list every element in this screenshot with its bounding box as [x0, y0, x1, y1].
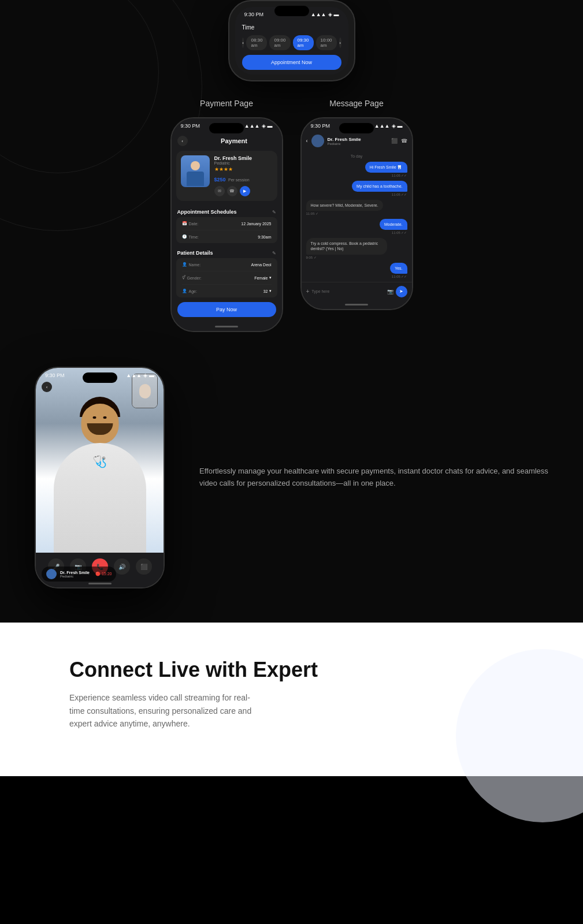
bubble-time-6: 11:05 ✓✓: [392, 274, 407, 278]
payment-battery-icon: ▬: [268, 123, 273, 129]
message-icon-btn[interactable]: ✉: [214, 186, 225, 196]
message-back-button[interactable]: ‹: [306, 138, 308, 144]
doctor-eyes: [81, 416, 118, 419]
payment-back-button[interactable]: ‹: [177, 136, 188, 146]
phone-notch: [274, 6, 309, 16]
chat-plus-icon[interactable]: +: [306, 288, 310, 295]
date-label: 📅 Date:: [182, 221, 199, 226]
two-phones-section: Payment Page 9:30 PM ▲▲▲ ◈ ▬: [0, 81, 583, 344]
doctor-avatar: [181, 155, 210, 187]
doctor-specialty: Pediatric: [214, 161, 273, 165]
call-doctor-text: Dr. Fresh Smile Pediatric: [60, 571, 90, 578]
doctor-figure: [185, 161, 205, 187]
doctor-video-figure: 🩺: [42, 391, 158, 553]
eye-left: [93, 416, 96, 419]
message-bubble-1-wrapper: Hi Fresh Smile 🦷 11:05 ✓✓: [306, 162, 407, 177]
message-phone: 9:30 PM ▲▲▲ ◈ ▬ ‹ Dr. Fresh Smile: [300, 117, 413, 310]
video-background: 🩺: [36, 368, 164, 553]
message-header-actions: ⬛ ☎: [391, 138, 407, 144]
message-status-icons: ▲▲▲ ◈ ▬: [374, 123, 403, 129]
chat-area: To day Hi Fresh Smile 🦷 11:05 ✓✓ My chil…: [302, 151, 412, 282]
time-slot-4[interactable]: 10:00 am: [316, 35, 337, 50]
patient-section-row: Patient Details ✎: [172, 247, 282, 258]
name-row: 👤 Name: Arena Deol: [176, 260, 277, 269]
message-doctor-info: Dr. Fresh Smile Pediatric: [328, 137, 388, 146]
top-section: 9:30 PM ▲▲▲ ◈ ▬ Time ‹ 08:30 am 09:00 am: [0, 0, 583, 623]
pay-now-button[interactable]: Pay Now: [177, 302, 276, 317]
doctor-body: [187, 172, 204, 186]
patient-section-title: Patient Details: [177, 250, 213, 256]
more-options-button[interactable]: ⬛: [136, 558, 152, 575]
gender-label: ⚥ Gender:: [182, 275, 202, 280]
message-bubble-6: Yes.: [390, 263, 407, 274]
person-icon: 👤: [182, 262, 187, 267]
time-slot-3-active[interactable]: 09:30 am: [293, 35, 314, 50]
calendar-icon: 📅: [182, 221, 187, 226]
doctor-price: $250: [214, 177, 226, 182]
date-value: 12 January 2025: [241, 222, 271, 226]
message-header: ‹ Dr. Fresh Smile Pediatric ⬛ ☎: [302, 131, 412, 151]
video-back-button[interactable]: ‹: [42, 382, 52, 392]
video-icon-btn[interactable]: ▶: [240, 186, 250, 196]
white-section: Connect Live with Expert Experience seam…: [0, 623, 583, 776]
vid-wifi-icon: ◈: [143, 372, 147, 378]
time-nav-next[interactable]: ›: [339, 38, 341, 48]
status-time: 9:30 PM: [244, 12, 264, 17]
doctor-head: [81, 404, 118, 444]
appointment-edit-icon[interactable]: ✎: [272, 210, 276, 215]
video-phone-wrapper: 9:30 PM ▲▲▲ ◈ ▬ ‹: [35, 367, 165, 588]
call-info-overlay: Dr. Fresh Smile Pediatric 🔴 15:20: [42, 567, 116, 582]
payment-title: Payment: [192, 137, 276, 144]
video-status-time: 9:30 PM: [45, 372, 65, 378]
patient-edit-icon[interactable]: ✎: [272, 251, 276, 256]
message-bubble-2-wrapper: My child has a toothache. 11:05 ✓✓: [306, 181, 407, 196]
doctor-per-session: Per session: [228, 178, 250, 182]
age-label: 👤 Age:: [182, 289, 197, 293]
message-doctor-name: Dr. Fresh Smile: [328, 137, 388, 142]
payment-status-icons: ▲▲▲ ◈ ▬: [244, 123, 273, 129]
appointment-section-row: Appointment Schedules ✎: [172, 206, 282, 217]
bubble-time-3: 11:05 ✓: [306, 211, 319, 215]
age-chevron-icon: ▾: [269, 289, 272, 293]
call-doctor-avatar: [46, 569, 57, 579]
chat-input[interactable]: Type here: [311, 289, 384, 293]
age-value: 32 ▾: [263, 289, 272, 293]
message-doctor-avatar: [311, 135, 324, 147]
msg-wifi-icon: ◈: [392, 123, 396, 129]
time-slot-2[interactable]: 09:00 am: [269, 35, 290, 50]
time-nav-prev[interactable]: ‹: [242, 38, 244, 48]
bubble-time-4: 11:05 ✓✓: [392, 230, 407, 234]
appointment-now-button[interactable]: Appointment Now: [242, 55, 341, 70]
message-bubble-6-wrapper: Yes. 11:05 ✓✓: [306, 263, 407, 278]
home-indicator: [172, 322, 282, 331]
status-icons: ▲▲▲ ◈ ▬: [311, 12, 339, 17]
doctor-stars: ★★★★: [214, 166, 273, 172]
chat-send-button[interactable]: ➤: [396, 286, 407, 297]
doctor-beard: [87, 423, 113, 435]
doctor-name: Dr. Fresh Smile: [214, 155, 273, 161]
phone-call-icon[interactable]: ☎: [401, 138, 407, 144]
message-label: Message Page: [300, 99, 413, 108]
age-icon: 👤: [182, 289, 187, 293]
gender-icon: ⚥: [182, 275, 185, 280]
time-slot-1[interactable]: 08:30 am: [246, 35, 267, 50]
payment-notch: [209, 123, 244, 133]
video-status-icons: ▲▲▲ ◈ ▬: [126, 372, 154, 378]
bubble-time-2: 11:05 ✓✓: [392, 192, 407, 196]
message-phone-wrapper: Message Page 9:30 PM ▲▲▲ ◈ ▬: [300, 99, 413, 332]
message-notch: [339, 123, 374, 133]
chat-camera-icon[interactable]: 📷: [387, 289, 393, 295]
gender-chevron-icon: ▾: [269, 275, 272, 280]
doctor-coat: 🩺: [54, 443, 146, 553]
video-call-icon[interactable]: ⬛: [391, 138, 398, 144]
msg-home-indicator: [302, 301, 412, 309]
video-back-wrapper: ‹: [42, 382, 52, 392]
payment-label: Payment Page: [170, 99, 283, 108]
message-screen: 9:30 PM ▲▲▲ ◈ ▬ ‹ Dr. Fresh Smile: [302, 118, 412, 309]
date-row: 📅 Date: 12 January 2025: [176, 219, 277, 228]
bubble-time-5: 9:05 ✓: [306, 255, 317, 259]
pip-person-figure: [139, 384, 151, 398]
phone-icon-btn[interactable]: ☎: [227, 186, 237, 196]
payment-header: ‹ Payment: [172, 131, 282, 151]
doctor-head: [191, 161, 200, 170]
